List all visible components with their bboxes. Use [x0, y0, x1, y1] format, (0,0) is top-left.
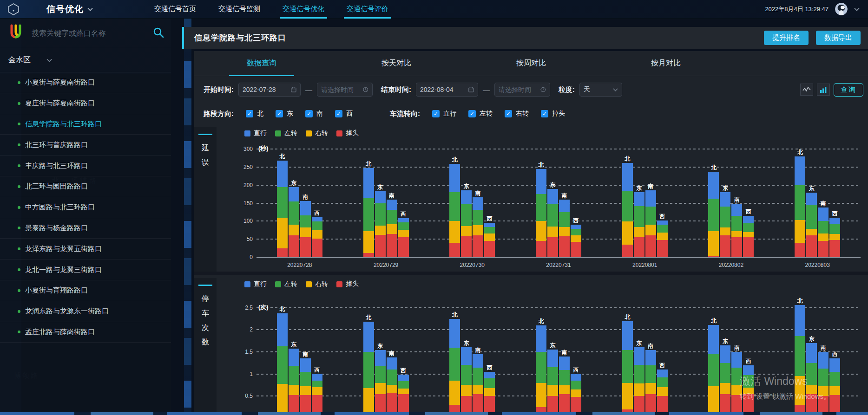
stacked-bar[interactable]: 西: [484, 372, 495, 415]
granularity-select[interactable]: 天: [579, 83, 622, 97]
end-time-input[interactable]: [494, 83, 550, 97]
stacked-bar[interactable]: 东: [720, 192, 730, 257]
stacked-bar[interactable]: 西: [571, 225, 581, 257]
user-menu-chevron-icon[interactable]: [854, 7, 860, 11]
turn-checkbox-3[interactable]: ✓掉头: [541, 110, 565, 118]
stacked-bar[interactable]: 南: [473, 354, 483, 415]
stacked-bar[interactable]: 西: [312, 374, 322, 415]
stacked-bar[interactable]: 南: [731, 352, 742, 415]
stacked-bar[interactable]: 南: [818, 208, 829, 257]
stacked-bar[interactable]: 北: [449, 164, 460, 257]
end-date-value[interactable]: [420, 86, 466, 93]
stacked-bar[interactable]: 北: [708, 172, 719, 257]
legend-item[interactable]: 直行: [244, 280, 267, 288]
list-item[interactable]: 龙润东路与龙源东一街路口: [0, 301, 171, 322]
tab-2[interactable]: 按周对比: [464, 51, 598, 76]
stacked-bar[interactable]: 南: [645, 190, 656, 257]
stacked-bar[interactable]: 东: [375, 350, 386, 415]
district-selector[interactable]: 金水区: [0, 48, 171, 72]
legend-item[interactable]: 掉头: [336, 280, 359, 288]
direction-checkbox-0[interactable]: ✓北: [246, 110, 263, 118]
stacked-bar[interactable]: 北: [277, 161, 288, 257]
direction-checkbox-2[interactable]: ✓南: [305, 110, 323, 118]
list-item[interactable]: 丰庆路与北三环路口: [0, 156, 171, 176]
stacked-bar[interactable]: 南: [473, 197, 483, 257]
stacked-bar[interactable]: 南: [559, 200, 570, 257]
stacked-bar[interactable]: 北: [536, 325, 546, 415]
stacked-bar[interactable]: 北: [708, 325, 719, 415]
stacked-bar[interactable]: 南: [559, 357, 570, 415]
topnav-item-1[interactable]: 交通信号监测: [207, 0, 271, 19]
stacked-bar[interactable]: 东: [461, 347, 472, 415]
stacked-bar[interactable]: 北: [363, 168, 374, 257]
start-date-input[interactable]: [238, 83, 301, 97]
stacked-bar[interactable]: 西: [743, 216, 754, 257]
topnav-item-2[interactable]: 交通信号优化: [271, 0, 335, 19]
start-time-value[interactable]: [321, 86, 360, 93]
stacked-bar[interactable]: 西: [657, 370, 668, 415]
stacked-bar[interactable]: 东: [806, 343, 817, 415]
stacked-bar[interactable]: 东: [289, 349, 299, 415]
legend-item[interactable]: 左转: [275, 280, 297, 288]
tab-3[interactable]: 按月对比: [598, 51, 733, 76]
list-item[interactable]: 信息学院路与北三环路口: [0, 114, 171, 135]
app-title-dropdown[interactable]: 信号优化: [46, 3, 93, 15]
list-item[interactable]: 中方园路与北三环路口: [0, 197, 171, 218]
turn-checkbox-0[interactable]: ✓直行: [432, 110, 456, 118]
list-item[interactable]: 小夏街与薛夏南街路口: [0, 72, 171, 93]
end-date-input[interactable]: [416, 83, 478, 97]
stacked-bar[interactable]: 北: [795, 305, 805, 415]
stacked-bar[interactable]: 东: [375, 191, 386, 257]
topnav-item-3[interactable]: 交通信号评价: [335, 0, 400, 19]
bar-chart-toggle[interactable]: [817, 84, 830, 96]
stacked-bar[interactable]: 西: [484, 223, 495, 257]
stacked-bar[interactable]: 南: [387, 357, 397, 415]
list-item[interactable]: 北三环与园田路路口: [0, 176, 171, 197]
stacked-bar[interactable]: 东: [806, 193, 817, 257]
direction-checkbox-3[interactable]: ✓西: [335, 110, 353, 118]
stacked-bar[interactable]: 东: [634, 347, 644, 415]
stacked-bar[interactable]: 北: [622, 321, 633, 415]
stacked-bar[interactable]: 西: [829, 218, 840, 257]
stacked-bar[interactable]: 东: [289, 187, 299, 257]
stacked-bar[interactable]: 西: [829, 358, 840, 415]
promote-ranking-button[interactable]: 提升排名: [764, 31, 809, 45]
stacked-bar[interactable]: 东: [634, 192, 644, 257]
stacked-bar[interactable]: 东: [547, 350, 558, 415]
end-time-value[interactable]: [499, 86, 538, 93]
tab-0[interactable]: 数据查询: [194, 51, 329, 76]
stacked-bar[interactable]: 南: [300, 201, 311, 257]
list-item[interactable]: 景泰路与杨金路路口: [0, 218, 171, 239]
stacked-bar[interactable]: 西: [571, 374, 581, 415]
legend-item[interactable]: 左转: [275, 129, 297, 137]
line-chart-toggle[interactable]: [800, 84, 813, 96]
search-icon[interactable]: [152, 26, 164, 40]
list-item[interactable]: 孟庄北路与薛岗街路口: [0, 322, 171, 343]
stacked-bar[interactable]: 西: [398, 375, 409, 415]
start-date-value[interactable]: [243, 86, 288, 93]
stacked-bar[interactable]: 东: [461, 190, 472, 257]
stacked-bar[interactable]: 南: [387, 200, 397, 257]
stacked-bar[interactable]: 南: [645, 350, 656, 415]
legend-item[interactable]: 右转: [306, 129, 328, 137]
stacked-bar[interactable]: 东: [720, 345, 730, 415]
list-item[interactable]: 北三环与普庆路路口: [0, 135, 171, 156]
legend-item[interactable]: 掉头: [336, 129, 359, 137]
user-avatar[interactable]: [835, 3, 848, 15]
topnav-item-0[interactable]: 交通信号首页: [143, 0, 207, 19]
turn-checkbox-1[interactable]: ✓左转: [468, 110, 493, 118]
list-item[interactable]: 夏庄街与薛夏南街路口: [0, 93, 171, 114]
stacked-bar[interactable]: 北: [363, 322, 374, 415]
app-logo-icon[interactable]: [7, 3, 20, 16]
stacked-bar[interactable]: 北: [277, 313, 288, 415]
stacked-bar[interactable]: 南: [818, 352, 829, 415]
legend-item[interactable]: 直行: [244, 129, 267, 137]
stacked-bar[interactable]: 南: [731, 204, 742, 257]
list-item[interactable]: 小夏街与育翔路路口: [0, 280, 171, 301]
direction-checkbox-1[interactable]: ✓东: [276, 110, 293, 118]
start-time-input[interactable]: [317, 83, 373, 97]
stacked-bar[interactable]: 西: [657, 220, 668, 257]
stacked-bar[interactable]: 北: [449, 319, 460, 415]
tab-1[interactable]: 按天对比: [329, 51, 464, 76]
stacked-bar[interactable]: 西: [312, 217, 322, 257]
